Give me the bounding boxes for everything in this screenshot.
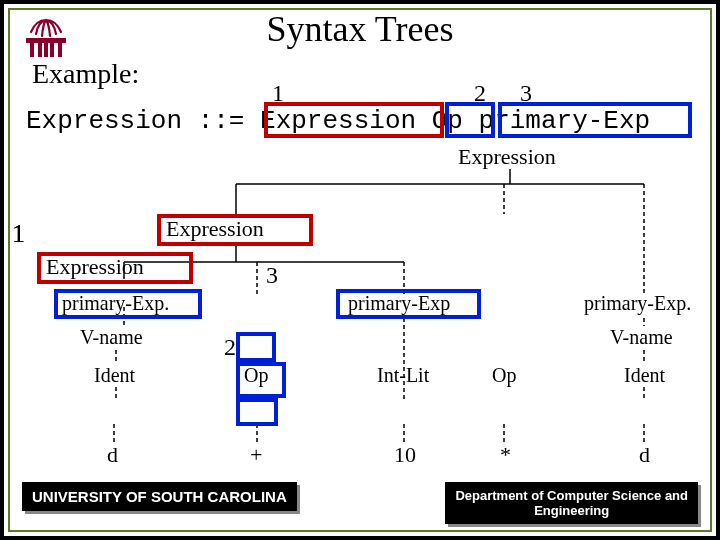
tree-side-1: 1 (12, 219, 25, 249)
grammar-rhs1-box (264, 102, 444, 138)
grammar-rhs3-box (498, 102, 692, 138)
leaf-plus: + (250, 442, 262, 468)
tree-num2-box (236, 332, 276, 362)
tree-root: Expression (458, 144, 556, 170)
tree-vnameL: V-name (80, 326, 143, 349)
footer-department: Department of Computer Science and Engin… (445, 482, 698, 524)
grammar-rhs2-box (445, 102, 495, 138)
tree-primM: primary-Exp (348, 292, 450, 315)
tree-primR: primary-Exp. (584, 292, 691, 315)
tree-l3-num: 3 (266, 262, 278, 289)
example-label: Example: (32, 58, 139, 90)
tree-opL: Op (244, 364, 268, 387)
tree-l3-expr: Expression (46, 254, 144, 280)
leaf-d1: d (107, 442, 118, 468)
footer-dept-l2: Engineering (534, 503, 609, 518)
tree-primL: primary-Exp. (62, 292, 169, 315)
leaf-10: 10 (394, 442, 416, 468)
tree-num2: 2 (224, 334, 236, 361)
tree-opL-box2 (236, 398, 278, 426)
tree-intlit: Int-Lit (377, 364, 429, 387)
tree-identR: Ident (624, 364, 665, 387)
leaf-star: * (500, 442, 511, 468)
slide-title: Syntax Trees (4, 8, 716, 50)
footer-dept-l1: Department of Computer Science and (455, 488, 688, 503)
leaf-d2: d (639, 442, 650, 468)
grammar-derives: ::= (198, 106, 245, 136)
slide: Syntax Trees Example: 1 2 3 Expression :… (0, 0, 720, 540)
tree-opR: Op (492, 364, 516, 387)
tree-l2-expr: Expression (166, 216, 264, 242)
tree-vnameR: V-name (610, 326, 673, 349)
grammar-lhs: Expression (26, 106, 182, 136)
footer-university: UNIVERSITY OF SOUTH CAROLINA (22, 482, 297, 511)
tree-identL: Ident (94, 364, 135, 387)
